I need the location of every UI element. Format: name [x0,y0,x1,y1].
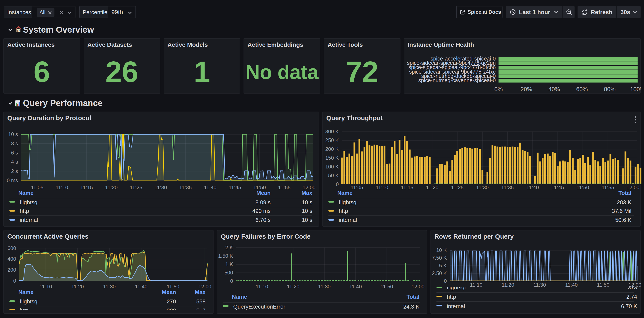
svg-text:2.50 K: 2.50 K [432,270,447,276]
svg-text:10 K: 10 K [436,247,447,253]
svg-text:5 K: 5 K [439,263,447,268]
svg-text:7.50 K: 7.50 K [432,255,447,261]
svg-text:0: 0 [444,278,447,284]
